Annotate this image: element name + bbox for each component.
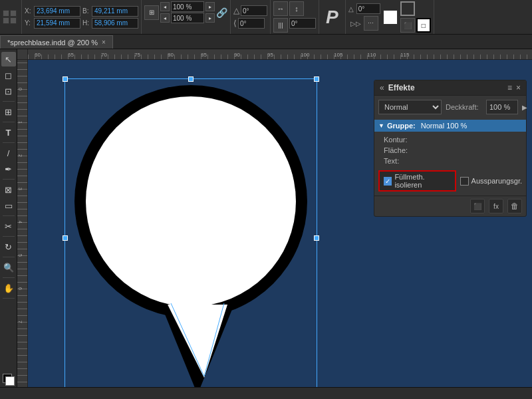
pen-tool-btn[interactable]: ✒ bbox=[1, 162, 16, 176]
blend-mode-row: Normal Multiplizieren Bildschirm Deckkra… bbox=[374, 96, 526, 116]
opacity-label: Deckkraft: bbox=[446, 103, 482, 111]
shear-icon: ⟨ bbox=[233, 19, 237, 28]
paragraph-mark: P bbox=[326, 7, 338, 28]
effects-add-fx-icon[interactable]: fx bbox=[489, 199, 503, 213]
scale-w-up[interactable]: ▸ bbox=[205, 2, 215, 11]
select-tool-btn[interactable]: ↖ bbox=[1, 52, 16, 66]
shear-input[interactable] bbox=[238, 18, 265, 29]
fill-color-btn[interactable]: □ bbox=[416, 18, 431, 33]
scissors-tool-btn[interactable]: ✂ bbox=[1, 219, 16, 233]
panel-menu-icon[interactable]: ≡ bbox=[507, 83, 512, 92]
rect-tool-btn[interactable]: ▭ bbox=[1, 198, 16, 213]
y-input[interactable] bbox=[34, 18, 80, 29]
x-input[interactable] bbox=[34, 6, 80, 17]
effects-panel: « Effekte ≡ × Normal Multiplizieren Bild… bbox=[374, 80, 527, 217]
chain-link-icon[interactable]: 🔗 bbox=[216, 7, 227, 18]
kontur-label: Kontur: bbox=[384, 136, 407, 144]
b-input[interactable] bbox=[92, 6, 138, 17]
tool-separator-4 bbox=[3, 179, 15, 180]
tab-bar: *sprechblase.indd @ 200 % × bbox=[0, 35, 532, 49]
x-label: X: bbox=[25, 7, 33, 15]
fill-icons: ▷▷ bbox=[350, 20, 361, 27]
scale-w-input[interactable] bbox=[171, 1, 204, 12]
blend-mode-select[interactable]: Normal Multiplizieren Bildschirm bbox=[378, 100, 442, 114]
tool-separator-5 bbox=[3, 215, 15, 216]
h-row: H: bbox=[82, 18, 138, 29]
kontur-row: Kontur: bbox=[374, 134, 526, 145]
stroke-angle-icon: △ bbox=[348, 5, 354, 13]
xy-group: X: Y: bbox=[25, 6, 80, 29]
hand-tool-btn[interactable]: ✋ bbox=[1, 281, 16, 295]
angle-input[interactable] bbox=[241, 5, 267, 16]
panel-close-icon[interactable]: × bbox=[516, 83, 521, 92]
ruler-v-mark4: 2 bbox=[18, 154, 23, 157]
stroke-angle-input[interactable] bbox=[356, 3, 380, 14]
speech-bubble-container[interactable] bbox=[65, 78, 317, 398]
fill-none-btn[interactable]: ⬛ bbox=[400, 18, 415, 33]
stroke-icon-btn[interactable] bbox=[400, 1, 415, 16]
left-toolbar: ↖ ◻ ⊡ ⊞ T / ✒ ⊠ ▭ ✂ ↻ 🔍 ✋ bbox=[0, 49, 17, 399]
stroke-options-btn[interactable]: ⋯ bbox=[364, 16, 378, 31]
stroke-fill-section: △ ▷▷ ⋯ ⬛ □ bbox=[346, 0, 434, 34]
isolate-checkbox[interactable]: ✓ bbox=[384, 177, 392, 186]
zoom-tool-btn[interactable]: 🔍 bbox=[1, 260, 16, 275]
h-input[interactable] bbox=[92, 18, 138, 29]
paragraph-section: P bbox=[319, 0, 346, 34]
effects-panel-title: Effekte bbox=[388, 83, 415, 92]
checkbox-area: ✓ Füllmeth. isolieren Aussparungsgr. bbox=[374, 166, 526, 196]
scale-h-up[interactable]: ▸ bbox=[205, 13, 215, 23]
ruler-v-mark5: 3 bbox=[18, 188, 23, 190]
tool-separator-8 bbox=[3, 277, 15, 278]
ruler-v-mark8: 6 bbox=[18, 287, 23, 290]
ruler-corner bbox=[17, 49, 28, 60]
knockout-checkbox[interactable] bbox=[460, 177, 469, 186]
top-toolbar: X: Y: B: H: ⊞ ◂ bbox=[0, 0, 532, 35]
line-tool-btn[interactable]: / bbox=[1, 146, 16, 160]
effects-delete-icon[interactable]: 🗑 bbox=[507, 199, 522, 213]
ruler-v-mark3: 1 bbox=[18, 121, 23, 124]
tool-separator-6 bbox=[3, 236, 15, 237]
fill-color-box[interactable] bbox=[3, 374, 15, 386]
rotate-tool-btn[interactable]: ↻ bbox=[1, 239, 16, 254]
color-swatch[interactable] bbox=[383, 10, 398, 25]
horizontal-ruler: 60 65 70 75 80 85 90 95 100 105 110 115 bbox=[28, 49, 532, 60]
b-label: B: bbox=[82, 7, 90, 15]
align-btn[interactable]: ||| bbox=[273, 18, 288, 33]
tool-separator-1 bbox=[3, 101, 15, 102]
transform-ref-icon[interactable]: ⊞ bbox=[144, 5, 159, 20]
ruler-v-mark7: 5 bbox=[18, 254, 23, 257]
app-icon-section bbox=[0, 0, 22, 34]
scale-h-down[interactable]: ◂ bbox=[160, 13, 170, 23]
group-expand-icon[interactable]: ▼ bbox=[378, 122, 384, 129]
flache-label: Fläche: bbox=[384, 146, 408, 154]
flip-v-btn[interactable]: ↕ bbox=[289, 1, 304, 16]
flip-h-btn[interactable]: ↔ bbox=[273, 1, 288, 16]
opacity-arrow[interactable]: ▶ bbox=[522, 104, 527, 111]
effects-thumbnail-icon[interactable]: ⬛ bbox=[470, 199, 485, 213]
tool-separator-9 bbox=[3, 298, 15, 299]
svg-point-1 bbox=[86, 96, 296, 307]
angle2-input[interactable] bbox=[289, 18, 316, 29]
b-row: B: bbox=[82, 6, 138, 17]
document-tab[interactable]: *sprechblase.indd @ 200 % × bbox=[0, 35, 113, 49]
scale-h-input[interactable] bbox=[171, 13, 204, 23]
effects-panel-header[interactable]: « Effekte ≡ × bbox=[374, 80, 526, 96]
group-section[interactable]: ▼ Gruppe: Normal 100 % bbox=[374, 120, 526, 132]
gap-tool-btn[interactable]: ⊞ bbox=[1, 104, 16, 119]
rect-frame-tool-btn[interactable]: ⊠ bbox=[1, 182, 16, 197]
panel-header-icons: ≡ × bbox=[507, 83, 521, 92]
tab-close-btn[interactable]: × bbox=[102, 39, 106, 46]
opacity-input[interactable] bbox=[486, 100, 518, 114]
knockout-checkbox-container: Aussparungsgr. bbox=[460, 177, 522, 186]
y-label: Y: bbox=[25, 19, 33, 27]
speech-bubble-svg bbox=[65, 78, 317, 398]
type-tool-btn[interactable]: T bbox=[1, 125, 16, 140]
transform-section: ⊞ ◂ ▸ ◂ ▸ 🔗 bbox=[142, 0, 231, 34]
page-tool-btn[interactable]: ⊡ bbox=[1, 84, 16, 98]
direct-select-btn[interactable]: ◻ bbox=[1, 68, 16, 82]
panel-collapse-icon[interactable]: « bbox=[380, 83, 384, 92]
vertical-ruler: -1 0 1 2 3 4 5 6 7 bbox=[17, 49, 28, 399]
isolate-label: Füllmeth. isolieren bbox=[394, 173, 450, 189]
isolate-checkmark: ✓ bbox=[385, 178, 390, 185]
scale-w-down[interactable]: ◂ bbox=[160, 2, 170, 11]
